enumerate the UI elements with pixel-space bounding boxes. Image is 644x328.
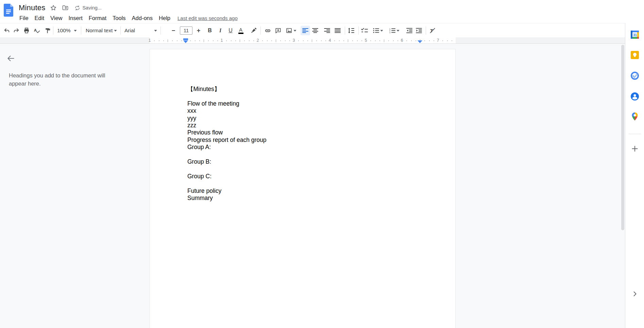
document-scrollbar[interactable] (621, 45, 624, 230)
checklist-button[interactable] (360, 26, 369, 35)
paragraph-style-select[interactable]: Normal text (84, 26, 119, 35)
ruler-tick (231, 40, 232, 41)
text-color-button[interactable]: A (236, 26, 245, 35)
chevron-down-icon (293, 30, 296, 32)
svg-text:A: A (34, 28, 37, 32)
justify-button[interactable] (333, 26, 342, 35)
print-button[interactable] (22, 26, 31, 35)
ruler-tick (379, 40, 380, 41)
bold-button[interactable]: B (205, 26, 215, 35)
document-text: 【Minutes】 Flow of the meetingxxxyyyzzzPr… (187, 86, 267, 202)
doc-line: 【Minutes】 (187, 86, 267, 93)
get-addons-button[interactable] (630, 144, 639, 153)
decrease-indent-button[interactable] (405, 26, 414, 35)
doc-line: Previous flow (187, 129, 267, 136)
paint-format-button[interactable] (43, 26, 52, 35)
menu-file[interactable]: File (16, 14, 32, 22)
ruler-tick (177, 40, 177, 41)
highlight-color-button[interactable] (249, 26, 258, 35)
menu-view[interactable]: View (47, 14, 65, 22)
insert-image-button[interactable] (284, 26, 299, 35)
insert-link-button[interactable] (263, 26, 272, 35)
back-arrow-icon (6, 54, 15, 63)
chevron-down-icon (74, 30, 77, 32)
ruler-number: 1 (221, 38, 223, 43)
ruler-number: 1 (149, 38, 151, 43)
menu-format[interactable]: Format (86, 14, 109, 22)
ruler-tick (276, 39, 276, 42)
star-icon[interactable] (50, 4, 57, 12)
editor-canvas: Headings you add to the document will ap… (0, 44, 625, 328)
menu-tools[interactable]: Tools (109, 14, 129, 22)
google-maps-icon[interactable] (630, 112, 639, 121)
add-comment-button[interactable] (273, 26, 283, 35)
font-size-input[interactable]: 11 (180, 26, 192, 35)
spell-check-button[interactable]: A (32, 26, 41, 35)
underline-button[interactable]: U (226, 26, 235, 35)
ruler-tick (199, 40, 200, 41)
increase-font-size-button[interactable]: + (194, 26, 203, 35)
zoom-value: 100% (57, 28, 71, 34)
decrease-font-size-button[interactable]: − (169, 26, 178, 35)
last-edit-link[interactable]: Last edit was seconds ago (177, 15, 238, 21)
undo-button[interactable] (2, 26, 12, 35)
close-outline-button[interactable] (5, 53, 16, 64)
document-page[interactable]: 【Minutes】 Flow of the meetingxxxyyyzzzPr… (150, 49, 456, 328)
first-line-indent-marker[interactable] (183, 38, 188, 40)
left-indent-marker[interactable] (183, 38, 188, 43)
ruler-tick (217, 40, 218, 41)
menu-insert[interactable]: Insert (66, 14, 86, 22)
save-status: Saving... (82, 5, 101, 11)
doc-line (187, 93, 267, 100)
toolbar: A 100% Normal text Arial − 11 + B I U A (0, 23, 625, 37)
move-folder-icon[interactable] (62, 4, 69, 12)
align-left-button[interactable] (301, 26, 310, 35)
ruler-tick (447, 40, 448, 41)
ruler-tick (339, 40, 340, 41)
doc-line: Future policy (187, 187, 267, 195)
google-keep-icon[interactable] (630, 51, 639, 59)
ruler-tick (204, 39, 204, 42)
hide-side-panel-button[interactable] (631, 290, 639, 297)
sidebar-divider (629, 134, 641, 134)
ruler-tick (384, 39, 384, 42)
redo-button[interactable] (12, 26, 21, 35)
zoom-select[interactable]: 100% (55, 26, 79, 35)
italic-button[interactable]: I (216, 26, 225, 35)
bulleted-list-button[interactable] (371, 26, 385, 35)
ruler-tick (195, 40, 196, 41)
ruler-tick (163, 40, 164, 41)
menu-add-ons[interactable]: Add-ons (129, 14, 156, 22)
google-contacts-icon[interactable] (630, 92, 639, 101)
google-tasks-icon[interactable] (630, 71, 639, 80)
ruler-tick (240, 39, 240, 42)
line-spacing-button[interactable] (346, 26, 356, 35)
ruler-tick (213, 40, 214, 41)
docs-logo-icon[interactable] (4, 4, 13, 17)
menu-edit[interactable]: Edit (32, 14, 47, 22)
ruler-tick (159, 40, 159, 41)
separator (160, 26, 161, 35)
clear-formatting-button[interactable]: T (428, 26, 437, 35)
ruler-tick (325, 40, 326, 41)
ruler-tick (271, 40, 272, 41)
menu-help[interactable]: Help (156, 14, 173, 22)
align-center-button[interactable] (310, 26, 320, 35)
doc-line: Group B: (187, 158, 267, 165)
document-title[interactable]: Minutes (19, 3, 45, 12)
svg-text:3: 3 (389, 32, 390, 33)
ruler-tick (411, 40, 412, 41)
separator (53, 26, 53, 35)
menu-items: FileEditViewInsertFormatToolsAdd-onsHelp (16, 14, 173, 22)
ruler-tick (452, 40, 452, 41)
font-size-value: 11 (184, 28, 189, 33)
ruler[interactable]: 11234567 (0, 37, 625, 44)
separator (120, 26, 121, 35)
increase-indent-button[interactable] (414, 26, 424, 35)
align-right-button[interactable] (322, 26, 332, 35)
ruler-tick (348, 39, 348, 42)
ruler-tick (312, 39, 312, 42)
google-calendar-icon[interactable]: 31 (630, 30, 639, 39)
font-family-select[interactable]: Arial (122, 26, 159, 35)
numbered-list-button[interactable]: 1 2 3 (388, 26, 401, 35)
